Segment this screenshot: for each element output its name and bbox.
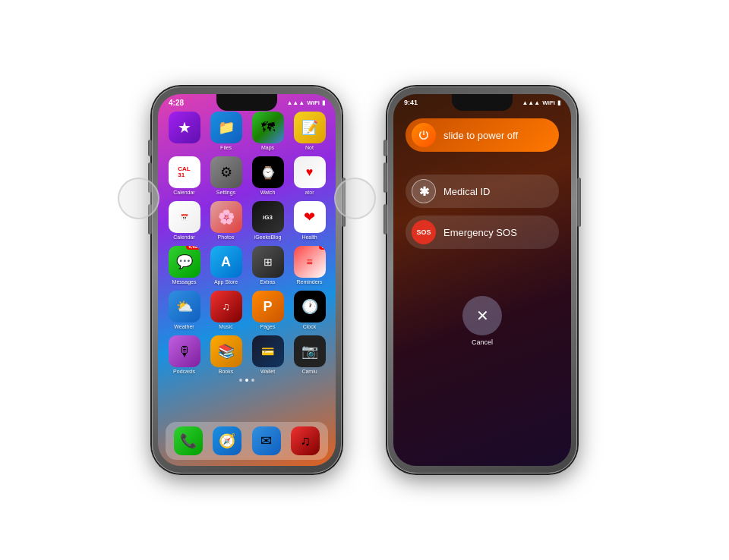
phone2-mute-button[interactable] — [383, 140, 387, 156]
app-photos[interactable]: 🌸 Photos — [207, 201, 245, 240]
app-grid-row6: 🎙 Podcasts 📚 Books 💳 Wallet 📷 — [158, 332, 336, 377]
phone2-screen: 9:41 ▲▲▲ WiFi ▮ — [393, 94, 571, 466]
notch — [216, 94, 277, 111]
app-files[interactable]: 📁 Files — [207, 112, 245, 150]
phone1-frame: 4:28 ▲▲▲ WiFi ▮ ★ — [152, 87, 342, 473]
app-starred[interactable]: ★ — [166, 112, 203, 150]
app-health-r3[interactable]: ❤ Health — [291, 201, 328, 240]
status-time: 4:28 — [169, 99, 184, 107]
app-camera[interactable]: 📷 Camiu — [291, 335, 328, 374]
power-off-slider[interactable]: slide to power off — [406, 118, 559, 152]
dock-music[interactable]: ♫ — [286, 426, 326, 455]
volume-press-indicator — [118, 178, 159, 219]
phone2-frame: 9:41 ▲▲▲ WiFi ▮ — [387, 87, 577, 473]
app-maps[interactable]: 🗺 Maps — [249, 112, 286, 150]
app-weather[interactable]: ⛅ Weather — [166, 291, 203, 329]
medical-id-label: Medical ID — [443, 186, 490, 197]
app-messages[interactable]: 💬 6,623 Messages — [166, 246, 203, 285]
emergency-sos-label: Emergency SOS — [443, 227, 517, 238]
app-watch[interactable]: ⌚ Watch — [249, 156, 286, 195]
phone2-notch — [452, 94, 513, 111]
app-calendar2[interactable]: 📅 Calendar — [166, 201, 203, 240]
dock-phone[interactable]: 📞 — [169, 426, 208, 455]
phone1-wrapper: 4:28 ▲▲▲ WiFi ▮ ★ — [152, 87, 342, 473]
sos-status-time: 9:41 — [404, 99, 418, 106]
dock-safari[interactable]: 🧭 — [208, 426, 248, 455]
app-grid-row2: CAL31 Calendar ⚙ Settings ⌚ Watch ♥ — [158, 153, 336, 198]
app-extras[interactable]: ⊞ Extras — [249, 246, 286, 285]
app-igeeks[interactable]: iG3 iGeeksBlog — [249, 201, 286, 240]
phone2-power-button[interactable] — [577, 178, 581, 227]
app-settings[interactable]: ⚙ Settings — [207, 156, 245, 195]
cancel-container: ✕ Cancel — [393, 281, 571, 346]
app-wallet[interactable]: 💳 Wallet — [249, 335, 286, 374]
app-grid-row5: ⛅ Weather ♫ Music P Pages 🕐 — [158, 288, 336, 332]
app-grid-row3: 📅 Calendar 🌸 Photos iG3 iGeeksBlog ❤ — [158, 198, 336, 243]
emergency-sos-slider[interactable]: SOS Emergency SOS — [406, 216, 559, 249]
app-grid-row4: 💬 6,623 Messages A App Store ⊞ Extras — [158, 243, 336, 288]
mute-button[interactable] — [148, 140, 152, 156]
app-pages[interactable]: P Pages — [249, 291, 286, 329]
dock: 📞 🧭 ✉ ♫ — [166, 422, 328, 460]
sos-controls: slide to power off ✱ Medical ID — [393, 109, 571, 258]
cancel-button[interactable]: ✕ — [462, 296, 502, 335]
cancel-label: Cancel — [472, 338, 493, 346]
medical-id-slider[interactable]: ✱ Medical ID — [406, 175, 559, 208]
app-music[interactable]: ♫ Music — [207, 291, 245, 329]
app-calendar[interactable]: CAL31 Calendar — [166, 156, 203, 195]
sos-status-icons: ▲▲▲ WiFi ▮ — [522, 99, 560, 106]
power-press-indicator — [334, 178, 376, 219]
scene: 4:28 ▲▲▲ WiFi ▮ ★ — [0, 0, 729, 560]
home-screen: 4:28 ▲▲▲ WiFi ▮ ★ — [158, 94, 336, 466]
phone1-screen: 4:28 ▲▲▲ WiFi ▮ ★ — [158, 94, 336, 466]
sos-icon: SOS — [412, 220, 436, 244]
power-off-label: slide to power off — [443, 130, 518, 141]
app-grid-row1: ★ 📁 Files 🗺 Maps 📝 N — [158, 109, 336, 153]
app-notes[interactable]: 📝 Not — [291, 112, 328, 150]
dock-mail[interactable]: ✉ — [247, 426, 286, 455]
status-icons: ▲▲▲ WiFi ▮ — [286, 99, 325, 106]
app-appstore[interactable]: A App Store — [207, 246, 245, 285]
app-health-row2[interactable]: ♥ ator — [291, 156, 328, 195]
app-books[interactable]: 📚 Books — [207, 335, 245, 374]
app-clock[interactable]: 🕐 Clock — [291, 291, 328, 329]
phone2-wrapper: 9:41 ▲▲▲ WiFi ▮ — [387, 87, 577, 473]
medical-id-icon: ✱ — [412, 179, 436, 203]
sos-screen: 9:41 ▲▲▲ WiFi ▮ — [393, 94, 571, 466]
app-podcasts[interactable]: 🎙 Podcasts — [166, 335, 203, 374]
phone2-volume-up-button[interactable] — [383, 162, 387, 193]
page-dots — [158, 379, 336, 382]
power-icon — [412, 123, 436, 147]
cancel-x-icon: ✕ — [476, 308, 489, 323]
app-reminders[interactable]: ≡ 3 Reminders — [291, 246, 328, 285]
phone2-volume-down-button[interactable] — [383, 204, 387, 234]
